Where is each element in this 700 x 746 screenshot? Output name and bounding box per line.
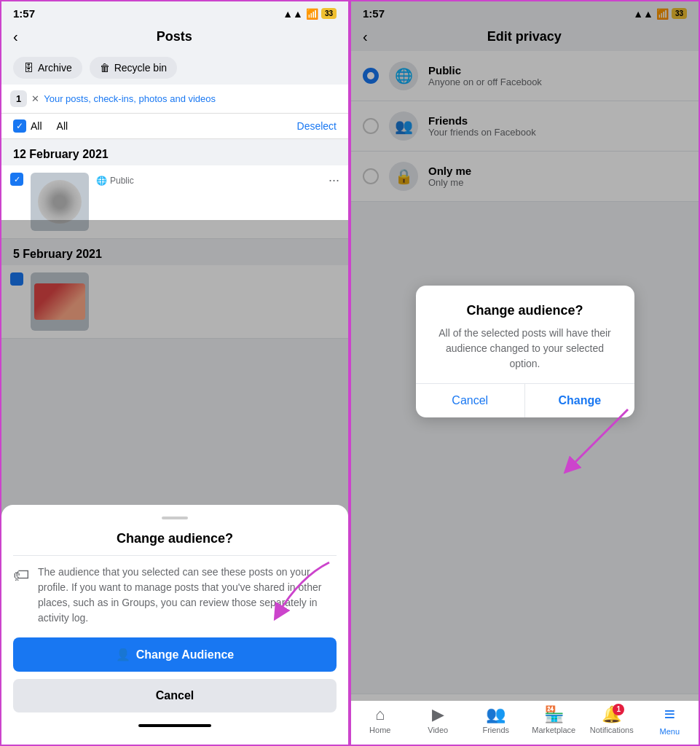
dialog-actions: Cancel Change [416,383,634,417]
tag-icon: 🏷 [13,566,29,585]
nav-home[interactable]: ⌂ Home [351,701,409,739]
post-meta-1: 🌐 Public [96,173,321,186]
checkbox-row: ✓ All All Deselect [1,114,348,139]
wifi-icon: 📶 [306,8,318,20]
sheet-body: 🏷 The audience that you selected can see… [13,565,337,626]
notification-badge: 1 [613,704,624,715]
archive-label: Archive [38,62,72,74]
nav-marketplace[interactable]: 🏪 Marketplace [525,701,583,739]
left-panel: 1:57 ▲▲ 📶 33 ‹ Posts 🗄 Archive 🗑 Recycle… [0,0,350,746]
battery-left: 33 [321,8,337,19]
dialog-change-button[interactable]: Change [525,384,634,417]
all-label: All [31,120,42,132]
sheet-divider [13,555,337,556]
recycle-bin-button[interactable]: 🗑 Recycle bin [90,57,177,79]
menu-icon: ≡ [664,703,675,726]
header-left: ‹ Posts [1,23,348,51]
friends-nav-icon: 👥 [486,705,506,724]
filter-count: 1 [10,90,27,107]
nav-video[interactable]: ▶ Video [409,701,468,739]
post-image-1 [38,180,82,224]
filter-x-icon[interactable]: ✕ [31,93,39,104]
home-icon: ⌂ [375,705,385,724]
post-checkbox-1[interactable]: ✓ [10,173,23,186]
notification-badge-wrap: 🔔 1 [602,705,621,724]
signal-icon: ▲▲ [283,8,303,20]
marketplace-icon: 🏪 [544,705,564,724]
dialog-title: Change audience? [430,303,620,318]
menu-label: Menu [659,727,680,736]
post-audience-1: 🌐 Public [96,176,321,186]
nav-notifications[interactable]: 🔔 1 Notifications [583,701,641,739]
sheet-handle [162,517,188,519]
archive-button[interactable]: 🗄 Archive [13,57,82,79]
marketplace-label: Marketplace [532,726,575,734]
dialog-overlay: Change audience? All of the selected pos… [351,1,699,701]
globe-icon: 🌐 [96,176,107,186]
sheet-cancel-button[interactable]: Cancel [13,679,337,712]
person-icon: 👤 [116,648,130,661]
home-label: Home [369,726,390,734]
filter-bar: 1 ✕ Your posts, check-ins, photos and vi… [1,85,348,114]
audience-label: Public [110,176,134,186]
friends-nav-label: Friends [482,726,509,734]
all-label2: All [57,120,68,132]
time-left: 1:57 [13,7,35,20]
sheet-description: The audience that you selected can see t… [38,565,337,626]
sheet-title: Change audience? [13,531,337,546]
action-buttons: 🗄 Archive 🗑 Recycle bin [1,51,348,85]
video-icon: ▶ [432,705,444,724]
recycle-bin-label: Recycle bin [114,62,167,74]
change-audience-sheet: Change audience? 🏷 The audience that you… [1,505,348,745]
dialog-text: All of the selected posts will have thei… [430,326,620,372]
dialog-cancel-button[interactable]: Cancel [416,384,525,417]
all-label-item: All [57,120,68,132]
change-audience-button[interactable]: 👤 Change Audience [13,637,337,672]
three-dots-button[interactable]: ··· [329,173,339,188]
status-bar-left: 1:57 ▲▲ 📶 33 [1,1,348,23]
change-audience-dialog: Change audience? All of the selected pos… [416,286,634,417]
home-indicator-left [138,724,211,727]
dialog-body: Change audience? All of the selected pos… [416,286,634,383]
back-button-left[interactable]: ‹ [13,28,18,45]
trash-icon: 🗑 [100,62,110,74]
change-audience-label: Change Audience [136,648,235,661]
all-checkbox[interactable]: ✓ [13,119,26,133]
nav-friends[interactable]: 👥 Friends [467,701,525,739]
notifications-label: Notifications [590,726,634,734]
all-checkbox-item[interactable]: ✓ All [13,119,42,133]
page-title-left: Posts [27,29,322,44]
archive-icon: 🗄 [23,62,34,74]
bottom-nav: ⌂ Home ▶ Video 👥 Friends 🏪 Marketplace 🔔… [351,694,699,745]
right-panel: 1:57 ▲▲ 📶 33 ‹ Edit privacy 🌐 Public Any… [350,0,700,746]
video-label: Video [428,726,448,734]
deselect-button[interactable]: Deselect [297,120,337,132]
status-icons-left: ▲▲ 📶 33 [283,8,337,20]
date-header-1: 12 February 2021 [1,139,348,165]
filter-text: Your posts, check-ins, photos and videos [44,93,216,104]
nav-menu[interactable]: ≡ Menu [641,699,699,740]
